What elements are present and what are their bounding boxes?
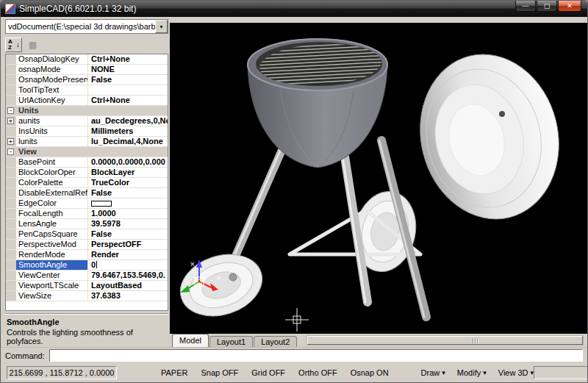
window-controls: — ▢ ✕ (515, 1, 581, 12)
combobox-dropdown-icon[interactable]: ▼ (155, 20, 168, 33)
property-name: DisableExternalRefer (16, 188, 88, 198)
toggle-osnap[interactable]: Osnap ON (351, 368, 389, 377)
property-row[interactable]: ViewCenter 79.6467,153.5469,0. (6, 271, 168, 281)
category-name: Units (16, 106, 39, 115)
document-combobox[interactable]: vdDocument(E:\special 3d drawings\barbec… (5, 19, 168, 34)
svg-text:×: × (216, 274, 222, 282)
category-row[interactable]: - View (6, 147, 168, 157)
property-name: EdgeColor (16, 198, 88, 208)
property-name: UrlActionKey (16, 96, 88, 105)
property-row[interactable]: InsUnits Millimeters (6, 126, 168, 137)
svg-text:×: × (190, 260, 196, 268)
tab-model[interactable]: Model (172, 334, 209, 347)
horizontal-scrollbar[interactable] (306, 335, 584, 346)
collapse-icon[interactable]: - (7, 107, 14, 114)
toggle-grid[interactable]: Grid OFF (251, 368, 285, 377)
drawing-area: × × Model Layout1 Layout2 (170, 17, 587, 347)
lid (403, 40, 576, 234)
property-row[interactable]: ViewportLTScale LayoutBased (6, 281, 168, 291)
command-bar: Command: (1, 347, 587, 363)
color-swatch[interactable] (91, 201, 112, 207)
property-row[interactable]: + aunits au_Decdegrees,0,No (6, 116, 168, 126)
status-empty-panel (534, 366, 588, 379)
property-row[interactable]: ViewSize 37.6383 (6, 291, 168, 301)
toggle-ortho[interactable]: Ortho OFF (298, 368, 337, 377)
property-row[interactable]: PenCapsSquare False (6, 229, 168, 240)
minimize-button[interactable]: — (515, 1, 536, 12)
property-value-editor[interactable]: 0 (88, 260, 168, 270)
property-value: 39.5978 (88, 219, 168, 229)
property-row[interactable]: LensAngle 39.5978 (6, 219, 168, 229)
maximize-button[interactable]: ▢ (537, 1, 557, 12)
property-value (88, 198, 168, 208)
command-input[interactable] (49, 349, 583, 362)
property-name: FocalLength (16, 209, 88, 218)
app-icon (5, 4, 15, 14)
document-combobox-value: vdDocument(E:\special 3d drawings\barbec… (6, 20, 155, 33)
property-value: 79.6467,153.5469,0. (88, 271, 168, 280)
property-row-selected[interactable]: SmoothAngle 0 (6, 260, 168, 271)
menu-view3d[interactable]: View 3D ▾ (498, 368, 534, 377)
property-value: lu_Decimal,4,None (88, 137, 168, 146)
tab-layout1[interactable]: Layout1 (209, 336, 253, 347)
tab-layout2[interactable]: Layout2 (254, 336, 297, 347)
properties-panel: vdDocument(E:\special 3d drawings\barbec… (1, 17, 170, 347)
property-value: LayoutBased (88, 281, 168, 290)
description-text: Controls the lighting smoothness of poly… (7, 328, 167, 346)
property-row[interactable]: UrlActionKey Ctrl+None (6, 96, 168, 106)
titlebar: SimpleCAD(6.6021.0.1 32 bit) — ▢ ✕ (1, 1, 587, 17)
status-bar: 215.6699 , 115.8712 , 0.0000 PAPER Snap … (1, 363, 587, 382)
wheel (172, 244, 270, 326)
expand-icon[interactable]: + (7, 118, 14, 124)
collapse-icon[interactable]: - (7, 148, 14, 155)
property-name: osnapMode (16, 65, 88, 74)
menu-modify[interactable]: Modify ▾ (457, 368, 487, 377)
property-value (88, 85, 168, 95)
toggle-snap[interactable]: Snap OFF (201, 368, 238, 377)
sort-arrow-icon: ↓ (16, 40, 20, 49)
wheel-hub (229, 273, 237, 281)
property-row[interactable]: PerspectiveMod PerspectOFF (6, 240, 168, 250)
scrollbar-grip-icon (473, 338, 478, 343)
property-name: BasePoint (16, 157, 88, 167)
property-name: PenCapsSquare (16, 229, 88, 239)
category-row[interactable]: - Units (6, 106, 168, 116)
property-name: ViewportLTScale (16, 281, 88, 290)
layout-tabs: Model Layout1 Layout2 (170, 334, 587, 347)
sort-alphabetical-button[interactable]: A Z ↓ (5, 37, 22, 52)
property-row[interactable]: DisableExternalRefer False (6, 188, 168, 198)
categorized-button[interactable]: ▦ (24, 37, 41, 52)
property-value: au_Decdegrees,0,No (88, 116, 168, 126)
property-value: 37.6383 (88, 291, 168, 301)
property-name: SmoothAngle (16, 260, 88, 270)
property-row[interactable]: EdgeColor (6, 198, 168, 209)
property-name: ToolTipText (16, 85, 88, 95)
property-description-panel: SmoothAngle Controls the lighting smooth… (5, 313, 168, 347)
property-row[interactable]: BlockColorOper BlockLayer (6, 168, 168, 178)
property-row[interactable]: OsnapDialogKey Ctrl+None (6, 54, 168, 65)
category-name: View (16, 147, 37, 157)
crosshair-cursor (285, 308, 309, 332)
property-row[interactable]: RenderMode Render (6, 250, 168, 260)
property-name: LensAngle (16, 219, 88, 229)
coordinates-readout: 215.6699 , 115.8712 , 0.0000 (7, 366, 117, 379)
chevron-down-icon: ▾ (483, 369, 487, 376)
expand-icon[interactable]: + (7, 138, 14, 145)
menu-draw[interactable]: Draw ▾ (421, 368, 445, 377)
property-row[interactable]: OsnapModePreserve False (6, 75, 168, 85)
property-row[interactable]: ColorPalette TrueColor (6, 178, 168, 188)
property-row[interactable]: FocalLength 1.0000 (6, 209, 168, 219)
lid-vent (499, 111, 505, 117)
scrollbar-thumb[interactable] (307, 336, 583, 345)
property-row[interactable]: BasePoint 0.0000,0.0000,0.000 (6, 157, 168, 168)
property-value: NONE (88, 65, 168, 74)
property-row[interactable]: + lunits lu_Decimal,4,None (6, 137, 168, 147)
property-grid: OsnapDialogKey Ctrl+None osnapMode NONE … (5, 54, 168, 311)
property-name: ViewCenter (16, 271, 88, 280)
close-button[interactable]: ✕ (558, 1, 581, 12)
property-row[interactable]: osnapMode NONE (6, 65, 168, 75)
property-row[interactable]: ToolTipText (6, 85, 168, 96)
toggle-paper[interactable]: PAPER (161, 368, 187, 377)
property-name: OsnapDialogKey (16, 54, 88, 64)
viewport-canvas[interactable]: × × (170, 23, 587, 334)
